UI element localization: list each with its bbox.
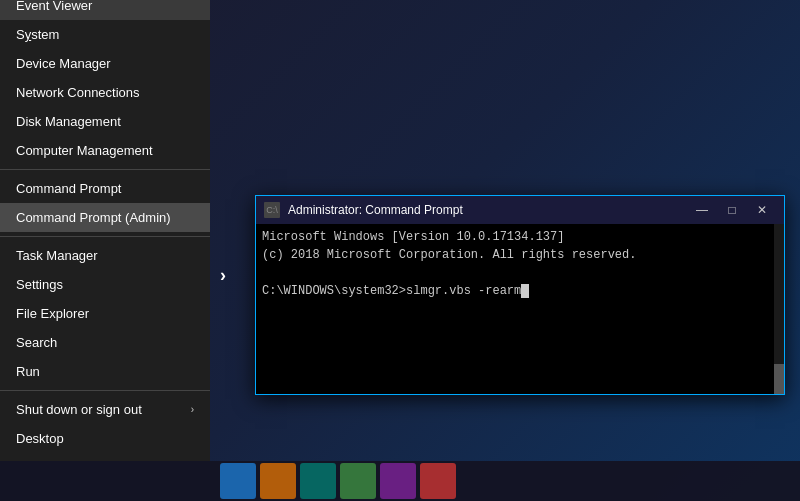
menu-item-network-connections[interactable]: Network Connections <box>0 78 210 107</box>
cmd-icon: C:\ <box>264 202 280 218</box>
close-button[interactable]: ✕ <box>748 199 776 221</box>
menu-item-event-viewer[interactable]: Event Viewer <box>0 0 210 20</box>
submenu-arrow: › <box>220 265 226 286</box>
taskbar-icon-4[interactable] <box>340 463 376 499</box>
taskbar <box>0 461 800 501</box>
context-menu: Apps and FeaturesMobility CenterPower Op… <box>0 0 210 461</box>
taskbar-icons <box>220 463 456 499</box>
menu-item-file-explorer[interactable]: File Explorer <box>0 299 210 328</box>
taskbar-icon-2[interactable] <box>260 463 296 499</box>
cmd-line2: (c) 2018 Microsoft Corporation. All righ… <box>262 246 778 264</box>
menu-item-desktop[interactable]: Desktop <box>0 424 210 453</box>
taskbar-icon-1[interactable] <box>220 463 256 499</box>
cmd-window[interactable]: C:\ Administrator: Command Prompt — □ ✕ … <box>255 195 785 395</box>
cmd-scrollbar[interactable] <box>774 224 784 394</box>
cmd-line1: Microsoft Windows [Version 10.0.17134.13… <box>262 228 778 246</box>
minimize-button[interactable]: — <box>688 199 716 221</box>
maximize-button[interactable]: □ <box>718 199 746 221</box>
menu-item-settings[interactable]: Settings <box>0 270 210 299</box>
menu-item-task-manager[interactable]: Task Manager <box>0 241 210 270</box>
taskbar-icon-5[interactable] <box>380 463 416 499</box>
taskbar-icon-3[interactable] <box>300 463 336 499</box>
cmd-controls[interactable]: — □ ✕ <box>688 199 776 221</box>
menu-item-command-prompt-admin[interactable]: Command Prompt (Admin) <box>0 203 210 232</box>
menu-item-computer-management[interactable]: Computer Management <box>0 136 210 165</box>
menu-item-device-manager[interactable]: Device Manager <box>0 49 210 78</box>
cmd-scrollbar-thumb[interactable] <box>774 364 784 394</box>
menu-item-run[interactable]: Run <box>0 357 210 386</box>
menu-item-search[interactable]: Search <box>0 328 210 357</box>
menu-divider-after-command-prompt-admin <box>0 236 210 237</box>
cmd-line3 <box>262 264 778 282</box>
cmd-prompt: C:\WINDOWS\system32>slmgr.vbs -rearm <box>262 282 778 300</box>
menu-item-shut-down[interactable]: Shut down or sign out› <box>0 395 210 424</box>
menu-divider-after-run <box>0 390 210 391</box>
cmd-cursor <box>521 284 529 298</box>
menu-item-disk-management[interactable]: Disk Management <box>0 107 210 136</box>
menu-item-system[interactable]: System <box>0 20 210 49</box>
taskbar-icon-6[interactable] <box>420 463 456 499</box>
cmd-output: Microsoft Windows [Version 10.0.17134.13… <box>262 228 778 300</box>
submenu-chevron-shut-down: › <box>191 404 194 415</box>
menu-item-command-prompt[interactable]: Command Prompt <box>0 174 210 203</box>
cmd-titlebar: C:\ Administrator: Command Prompt — □ ✕ <box>256 196 784 224</box>
cmd-body[interactable]: Microsoft Windows [Version 10.0.17134.13… <box>256 224 784 394</box>
menu-divider-after-computer-management <box>0 169 210 170</box>
cmd-title: Administrator: Command Prompt <box>288 203 688 217</box>
